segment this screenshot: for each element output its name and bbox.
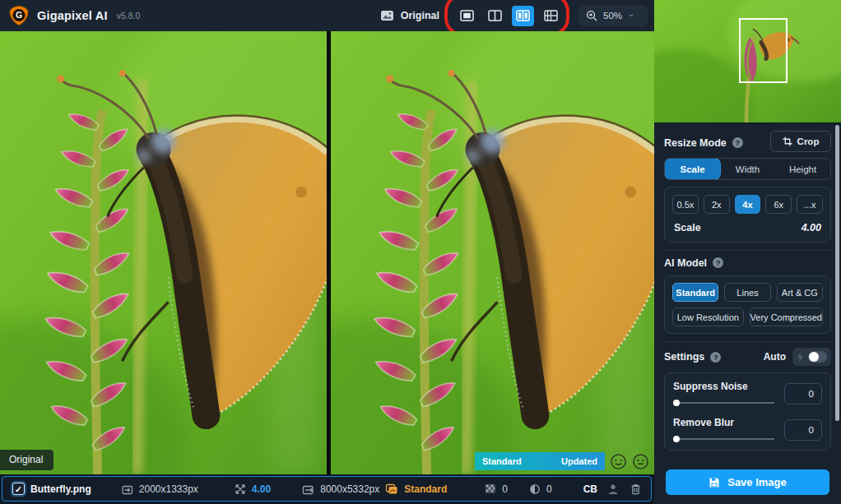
image-viewer: Original Standard Updated — [0, 31, 654, 474]
section-divider — [664, 250, 831, 251]
remove-blur-slider[interactable] — [673, 436, 774, 442]
view-mode-split-button[interactable] — [484, 6, 506, 26]
lightning-icon — [797, 352, 804, 363]
toggle-knob — [809, 352, 819, 362]
split-view-icon — [488, 10, 502, 21]
scale-factor-buttons: 0.5x 2x 4x 6x ...x — [672, 195, 823, 214]
tab-width[interactable]: Width — [720, 159, 775, 179]
single-view-icon — [460, 10, 474, 21]
tab-scale[interactable]: Scale — [665, 159, 720, 179]
gigapixel-app-window: G Gigapixel AI v5.8.0 Original — [0, 0, 841, 504]
model-low-resolution-button[interactable]: Low Resolution — [672, 307, 744, 326]
suppress-noise-label: Suppress Noise — [673, 381, 774, 392]
file-checkbox[interactable]: ✓ — [12, 483, 25, 495]
resize-mode-tabs: Scale Width Height — [664, 158, 831, 180]
view-mode-grid-button[interactable] — [540, 6, 562, 26]
account-badge[interactable]: CB — [583, 483, 597, 495]
person-icon — [607, 483, 619, 495]
view-mode-group — [451, 6, 567, 26]
ai-model-help-icon[interactable]: ? — [713, 257, 723, 268]
app-version: v5.8.0 — [117, 11, 141, 21]
factor-6x-button[interactable]: 6x — [765, 195, 792, 214]
scale-arrows-icon — [235, 483, 246, 495]
scale-value-row: Scale 4.00 — [672, 222, 823, 234]
save-disk-icon — [709, 477, 720, 488]
original-image-pane[interactable]: Original — [0, 31, 327, 474]
factor-custom-button[interactable]: ...x — [797, 195, 823, 214]
app-brand: G Gigapixel AI v5.8.0 — [8, 5, 140, 26]
compare-controls: Standard Updated — [475, 452, 649, 470]
output-resolution-value: 8000x5332px — [320, 483, 379, 495]
save-image-label: Save Image — [727, 476, 787, 488]
model-indicator: Standard — [385, 483, 447, 495]
main-column: G Gigapixel AI v5.8.0 Original — [0, 0, 654, 504]
ai-model-header: AI Model ? — [664, 256, 831, 270]
processed-butterfly-image — [331, 31, 654, 474]
model-very-compressed-button[interactable]: Very Compressed — [750, 307, 823, 326]
zoom-in-icon — [586, 10, 597, 21]
feedback-meh-button[interactable] — [632, 453, 649, 470]
noise-icon — [485, 483, 496, 494]
check-icon: ✓ — [15, 484, 22, 494]
factor-4x-button[interactable]: 4x — [735, 195, 761, 214]
navigation-thumbnail[interactable] — [654, 0, 841, 123]
file-row[interactable]: ✓ Butterfly.png 2000x1333px 4.00 — [2, 476, 652, 502]
model-standard-button[interactable]: Standard — [672, 283, 718, 302]
input-resolution-icon — [121, 483, 133, 495]
auto-settings-toggle[interactable] — [792, 348, 831, 366]
preview-label: Original — [401, 10, 439, 21]
slider-thumb[interactable] — [673, 436, 680, 442]
happy-face-icon — [610, 453, 627, 470]
crop-button[interactable]: Crop — [770, 131, 831, 152]
processed-image-pane[interactable]: Standard Updated — [331, 31, 654, 474]
app-title: Gigapixel AI — [37, 9, 108, 22]
compare-model-label: Standard — [482, 456, 522, 466]
resize-help-icon[interactable]: ? — [732, 137, 743, 148]
remove-blur-value-input[interactable]: 0 — [784, 419, 822, 441]
scale-factor-value: 4.00 — [252, 483, 271, 495]
sidebar-content: Resize Mode ? Crop Scale Width Height 0.… — [654, 123, 841, 460]
noise-indicator: 0 — [485, 483, 508, 495]
factor-2x-button[interactable]: 2x — [704, 195, 730, 214]
resize-mode-header: Resize Mode ? Crop — [664, 132, 831, 153]
viewport-rectangle[interactable] — [739, 18, 788, 83]
settings-sidebar: Resize Mode ? Crop Scale Width Height 0.… — [654, 0, 841, 504]
model-art-cg-button[interactable]: Art & CG — [777, 283, 823, 302]
suppress-noise-row: Suppress Noise 0 — [673, 381, 822, 406]
face-detect-button[interactable] — [607, 483, 619, 495]
feedback-happy-button[interactable] — [610, 453, 627, 470]
image-icon — [380, 10, 394, 21]
delete-file-button[interactable] — [630, 483, 641, 495]
zoom-level-value: 50% — [603, 11, 622, 21]
blur-icon — [529, 483, 541, 495]
save-image-button[interactable]: Save Image — [666, 469, 829, 495]
noise-value: 0 — [502, 483, 508, 495]
suppress-noise-value-input[interactable]: 0 — [784, 383, 822, 405]
scale-panel: 0.5x 2x 4x 6x ...x Scale 4.00 — [664, 187, 831, 243]
trash-icon — [630, 483, 641, 495]
scale-value: 4.00 — [802, 222, 821, 234]
settings-help-icon[interactable]: ? — [710, 352, 721, 363]
tab-height[interactable]: Height — [775, 159, 830, 179]
model-lines-button[interactable]: Lines — [724, 283, 770, 302]
crop-icon — [783, 136, 792, 146]
remove-blur-row: Remove Blur 0 — [673, 417, 822, 442]
view-mode-side-by-side-button[interactable] — [512, 6, 534, 26]
gigapixel-logo-icon: G — [8, 5, 30, 26]
compare-updated-label: Updated — [561, 456, 597, 466]
preview-original-toggle[interactable]: Original — [380, 10, 439, 21]
zoom-control[interactable]: 50% ⌄ — [578, 5, 648, 26]
view-mode-single-button[interactable] — [456, 6, 478, 26]
ai-model-icon — [385, 483, 398, 495]
suppress-noise-slider[interactable] — [673, 400, 774, 406]
factor-0-5x-button[interactable]: 0.5x — [672, 195, 699, 214]
chevron-down-icon[interactable]: ⌄ — [628, 11, 634, 17]
save-area: Save Image — [654, 460, 841, 504]
original-butterfly-image — [0, 31, 327, 474]
slider-thumb[interactable] — [673, 400, 680, 406]
remove-blur-label: Remove Blur — [673, 417, 774, 428]
logo-letter: G — [16, 10, 22, 20]
file-name: Butterfly.png — [30, 483, 91, 495]
sidebar-scrollbar[interactable] — [835, 125, 839, 421]
top-toolbar: G Gigapixel AI v5.8.0 Original — [0, 0, 654, 31]
